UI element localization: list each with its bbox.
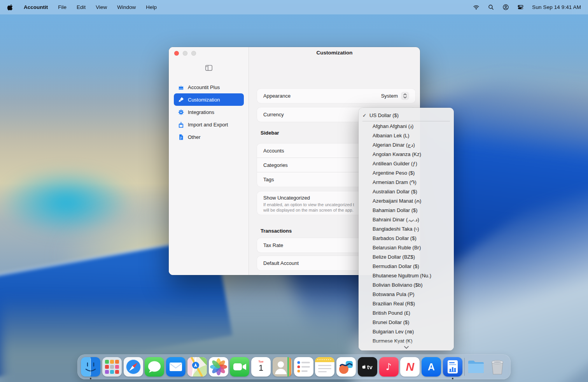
close-button[interactable] [174, 51, 179, 56]
description-line-2: will be displayed on the main screen of … [263, 208, 354, 212]
sidebar-item-accountit-plus[interactable]: Accountit Plus [174, 81, 244, 93]
tax-rate-label: Tax Rate [263, 242, 283, 248]
menu-option[interactable]: Belarusian Ruble (Br) [359, 243, 454, 252]
dock-icon-tv[interactable]: tv [358, 357, 377, 377]
tags-label: Tags [263, 177, 274, 182]
selected-currency-label: US Dollar ($) [369, 112, 399, 118]
notes-icon [315, 357, 334, 377]
menu-option[interactable]: Australian Dollar ($) [359, 187, 454, 196]
dock-icon-music[interactable]: ♪ [379, 357, 399, 377]
menu-option[interactable]: Armenian Dram (֏) [359, 178, 454, 187]
window-sidebar: Accountit Plus Customization [169, 47, 249, 275]
menu-option[interactable]: Brazilian Real (R$) [359, 299, 454, 308]
menu-option[interactable]: Argentine Peso ($) [359, 168, 454, 178]
menu-option[interactable]: Barbados Dollar ($) [359, 234, 454, 243]
zoom-button[interactable] [191, 51, 196, 56]
dock-icon-app-store[interactable]: A [422, 357, 441, 377]
appearance-select[interactable] [401, 92, 409, 100]
dock-icon-maps[interactable] [187, 357, 207, 377]
dock-icon-messages[interactable] [145, 357, 164, 377]
sidebar-item-other[interactable]: Other [174, 131, 244, 143]
menubar-item-file[interactable]: File [58, 4, 66, 10]
sidebar-item-customization[interactable]: Customization [174, 93, 244, 106]
menu-option-selected[interactable]: ✓ US Dollar ($) [359, 110, 454, 120]
menu-option[interactable]: Albanian Lek (L) [359, 131, 454, 140]
sidebar-item-import-export[interactable]: Import and Export [174, 118, 244, 131]
menu-option[interactable]: Bahraini Dinar (.د.ب) [359, 215, 454, 224]
menubar-app-name[interactable]: Accountit [24, 4, 48, 10]
menu-option[interactable]: Bulgarian Lev (лв) [359, 327, 454, 336]
menu-option[interactable]: Afghan Afghani (؋) [359, 122, 454, 131]
sidebar-item-label: Accountit Plus [188, 84, 220, 90]
user-icon[interactable] [502, 4, 509, 11]
default-account-label: Default Account [263, 260, 299, 266]
menu-option[interactable]: Bhutanese Ngultrum (Nu.) [359, 271, 454, 280]
currency-dropdown-menu: ✓ US Dollar ($) Afghan Afghani (؋) Alban… [359, 108, 454, 350]
desktop: Accountit File Edit View Window Help [0, 0, 588, 382]
sidebar-toggle-icon[interactable] [205, 65, 213, 71]
calendar-day: 1 [251, 363, 271, 373]
menu-option[interactable]: Angolan Kwanza (Kz) [359, 150, 454, 159]
menubar-item-edit[interactable]: Edit [77, 4, 86, 10]
sidebar-item-integrations[interactable]: Integrations [174, 106, 244, 118]
dock-icon-freeform[interactable] [336, 357, 356, 377]
reminders-list-icon [294, 357, 313, 377]
menu-option[interactable]: British Pound (£) [359, 308, 454, 318]
menu-option[interactable]: Belize Dollar (BZ$) [359, 252, 454, 262]
app-store-a-icon: A [428, 361, 435, 373]
dock-icon-mail[interactable] [166, 357, 186, 377]
dock-icon-downloads-folder[interactable] [466, 357, 486, 377]
dock-icon-accountit[interactable] [443, 357, 462, 377]
menu-option[interactable]: Bahamian Dollar ($) [359, 206, 454, 215]
apple-logo-icon [362, 364, 366, 370]
menubar-clock[interactable]: Sun Sep 14 9:41 AM [532, 4, 581, 10]
categories-label: Categories [263, 162, 288, 168]
dock-icon-launchpad[interactable] [102, 357, 122, 377]
menu-option[interactable]: Bolivian Boliviano ($b) [359, 280, 454, 290]
scroll-down-icon[interactable] [404, 345, 409, 349]
dock-icon-notes[interactable] [315, 357, 334, 377]
section-header-sidebar: Sidebar [261, 130, 279, 136]
dock-icon-reminders[interactable] [294, 357, 313, 377]
menubar-item-help[interactable]: Help [146, 4, 157, 10]
menu-option[interactable]: Bermudian Dollar ($) [359, 262, 454, 271]
menubar-item-window[interactable]: Window [117, 4, 136, 10]
dock-icon-contacts[interactable] [273, 357, 292, 377]
dock-icon-finder[interactable] [81, 357, 100, 377]
gear-icon [178, 109, 184, 116]
appearance-label: Appearance [263, 93, 290, 99]
menu-option[interactable]: Algerian Dinar (دج) [359, 140, 454, 150]
control-center-icon[interactable] [517, 4, 524, 11]
accounts-label: Accounts [263, 148, 284, 154]
menu-option[interactable]: Bangladeshi Taka (৳) [359, 224, 454, 234]
wifi-icon[interactable] [473, 4, 480, 11]
menu-option[interactable]: Antillean Guilder (ƒ) [359, 159, 454, 168]
sidebar-item-label: Other [188, 134, 201, 140]
minimize-button[interactable] [183, 51, 187, 56]
dock-icon-facetime[interactable] [230, 357, 249, 377]
sidebar-item-label: Integrations [188, 109, 214, 115]
dock-icon-trash[interactable] [488, 357, 507, 377]
window-controls [174, 51, 196, 56]
apple-menu[interactable] [7, 4, 14, 11]
document-icon [178, 134, 184, 140]
menu-option[interactable]: Brunei Dollar ($) [359, 318, 454, 327]
sidebar-nav: Accountit Plus Customization [174, 81, 244, 143]
menu-bar: Accountit File Edit View Window Help [0, 0, 588, 14]
dock-icon-safari[interactable] [124, 357, 143, 377]
dock-icon-photos[interactable] [209, 357, 228, 377]
dock-icon-calendar[interactable]: Tue 1 [251, 357, 271, 377]
menu-option[interactable]: Botswana Pula (P) [359, 290, 454, 299]
dock-icon-news[interactable]: N [400, 357, 420, 377]
currency-label: Currency [263, 112, 284, 117]
menubar-item-view[interactable]: View [96, 4, 107, 10]
checkmark-icon: ✓ [362, 112, 367, 118]
photos-pinwheel-icon [209, 357, 228, 377]
description-line-1: If enabled, an option to view the uncate… [263, 202, 354, 207]
menu-option[interactable]: Azerbaijani Manat (₼) [359, 196, 454, 206]
music-note-icon: ♪ [386, 361, 392, 372]
search-icon[interactable] [488, 4, 494, 11]
launchpad-grid-icon [102, 357, 122, 377]
dock-separator [464, 358, 465, 376]
dock: Tue 1 [77, 354, 511, 379]
